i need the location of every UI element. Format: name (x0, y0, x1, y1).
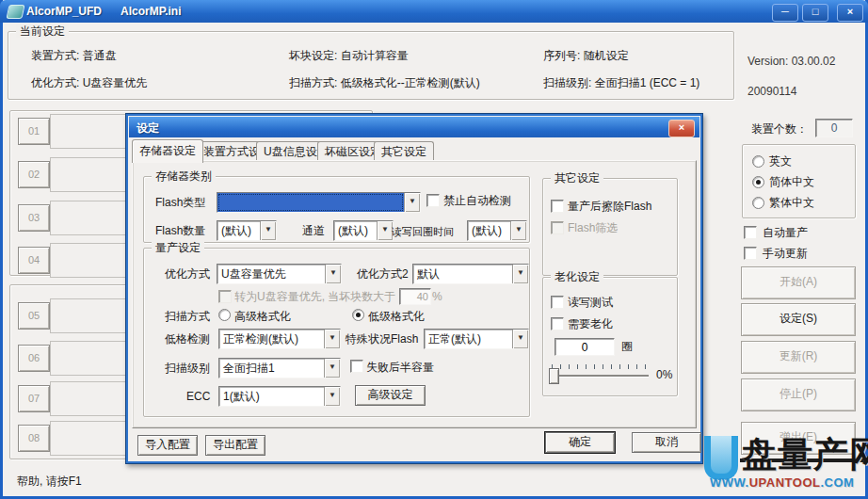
update-button[interactable]: 更新(R) (741, 341, 856, 374)
radio-traditional-chinese[interactable] (752, 197, 764, 209)
low-format-detect-label: 低格检测 (165, 332, 210, 346)
aging-loops-unit-label: 圈 (621, 340, 633, 353)
flash-count-combobox[interactable]: (默认) ▼ (217, 220, 277, 241)
convert-capacity-checkbox[interactable] (218, 290, 232, 303)
flash-filter-checkbox[interactable] (551, 221, 564, 234)
slot-button-08[interactable]: 08 (18, 425, 50, 452)
radio-english-label: 英文 (769, 154, 792, 168)
radio-english[interactable] (752, 155, 764, 168)
low-format-detect-combobox[interactable]: 正常检测(默认) ▼ (218, 329, 341, 349)
special-flash-value: 正常(默认) (425, 330, 512, 348)
erase-after-produce-checkbox[interactable] (551, 200, 564, 213)
manual-update-checkbox[interactable] (744, 247, 757, 260)
bad-block-percent-input[interactable] (399, 288, 431, 305)
aging-progress-label: 0% (656, 368, 672, 381)
special-flash-combobox[interactable]: 正常(默认) ▼ (424, 329, 529, 349)
start-button[interactable]: 开始(A) (741, 266, 856, 299)
settings-button[interactable]: 设定(S) (741, 303, 856, 336)
auto-produce-checkbox[interactable] (744, 226, 757, 239)
stop-button[interactable]: 停止(P) (741, 378, 856, 411)
aging-settings-title: 老化设定 (551, 270, 603, 283)
ecc-combobox[interactable]: 1(默认) ▼ (218, 386, 341, 407)
special-flash-label: 特殊状况Flash (346, 332, 418, 346)
dropdown-arrow-icon[interactable]: ▼ (325, 265, 341, 283)
aging-settings-group: 老化设定 读写测试 需要老化 圈 0% (542, 277, 678, 396)
low-level-format-label: 低级格式化 (368, 310, 425, 323)
cancel-button[interactable]: 取消 (632, 432, 701, 453)
memory-type-group: 存储器类别 Flash类型 ▼ 禁止自动检测 Flash数量 (默认) ▼ 通道… (143, 176, 530, 243)
settings-dialog: 设定 × 存储器设定 装置方式设定 U盘信息设定 坏磁区设定 其它设定 存储器类… (125, 113, 703, 464)
dropdown-arrow-icon[interactable]: ▼ (404, 193, 420, 212)
slot-button-07[interactable]: 07 (18, 385, 50, 412)
optimize-mode2-label: 优化方式2 (357, 267, 409, 281)
aging-slider-track[interactable] (549, 375, 649, 377)
disable-autodetect-label: 禁止自动检测 (443, 194, 511, 207)
slot-button-03[interactable]: 03 (18, 204, 50, 232)
need-aging-label: 需要老化 (568, 317, 613, 330)
ok-button[interactable]: 确定 (545, 432, 615, 453)
url-upantool: UPANTOOL (749, 475, 821, 490)
device-count-input[interactable] (815, 119, 853, 137)
rw-loop-time-combobox[interactable]: (默认) ▼ (467, 220, 527, 241)
aging-loops-input[interactable] (555, 338, 615, 356)
rw-test-label: 读写测试 (568, 296, 613, 309)
flash-filter-label: Flash筛选 (568, 221, 618, 234)
dropdown-arrow-icon[interactable]: ▼ (324, 330, 340, 348)
setting-scan-mode: 扫描方式: 低级格式化--正常检测(默认) (289, 76, 480, 89)
disable-autodetect-checkbox[interactable] (426, 194, 440, 207)
dropdown-arrow-icon[interactable]: ▼ (377, 221, 393, 240)
version-label: Version: 03.00.02 (747, 55, 835, 68)
aging-slider-thumb[interactable] (549, 368, 559, 384)
radio-traditional-chinese-label: 繁体中文 (769, 196, 814, 209)
url-www: WWW. (710, 475, 749, 490)
optimize-mode2-combobox[interactable]: 默认 ▼ (412, 264, 529, 284)
slot-button-05[interactable]: 05 (18, 302, 50, 330)
tab-other-settings[interactable]: 其它设定 (374, 141, 434, 162)
rw-loop-time-label: 读写回圈时间 (392, 225, 454, 238)
status-bar-text: 帮助, 请按F1 (17, 475, 82, 488)
advanced-settings-button[interactable]: 高级设定 (355, 385, 426, 406)
rw-test-checkbox[interactable] (551, 296, 564, 309)
dropdown-arrow-icon[interactable]: ▼ (324, 387, 340, 406)
slot-button-02[interactable]: 02 (18, 161, 50, 188)
optimize-mode-combobox[interactable]: U盘容量优先 ▼ (217, 264, 342, 284)
memory-type-group-title: 存储器类别 (152, 169, 216, 183)
setting-serial: 序列号: 随机设定 (543, 49, 629, 62)
setting-badblock: 坏块设定: 自动计算容量 (289, 49, 409, 62)
flash-count-value: (默认) (217, 221, 260, 240)
channel-combobox[interactable]: (默认) ▼ (333, 220, 394, 241)
slot-button-06[interactable]: 06 (18, 345, 50, 372)
half-capacity-label: 失败后半容量 (366, 361, 434, 374)
production-settings-title: 量产设定 (152, 241, 204, 254)
close-button[interactable]: × (837, 4, 863, 22)
dropdown-arrow-icon[interactable]: ▼ (510, 221, 526, 240)
slot-button-01[interactable]: 01 (18, 118, 50, 145)
minimize-button[interactable]: ─ (772, 4, 798, 22)
tab-memory-settings[interactable]: 存储器设定 (132, 139, 203, 163)
radio-low-level-format[interactable] (352, 309, 364, 321)
dropdown-arrow-icon[interactable]: ▼ (512, 265, 528, 283)
other-settings-title: 其它设定 (551, 171, 603, 185)
upantool-watermark: 盘量产网 WWW.UPANTOOL.COM (702, 428, 868, 494)
radio-high-level-format[interactable] (218, 309, 231, 321)
url-com: .COM (820, 475, 854, 490)
optimize-mode-value: U盘容量优先 (217, 265, 325, 283)
flash-type-combobox[interactable]: ▼ (217, 192, 421, 213)
half-capacity-checkbox[interactable] (350, 360, 363, 373)
import-config-button[interactable]: 导入配置 (137, 435, 198, 456)
flash-count-label: Flash数量 (155, 224, 205, 237)
dropdown-arrow-icon[interactable]: ▼ (512, 330, 528, 348)
maximize-button[interactable]: □ (802, 4, 828, 22)
radio-simplified-chinese[interactable] (752, 176, 764, 188)
export-config-button[interactable]: 导出配置 (205, 435, 265, 456)
need-aging-checkbox[interactable] (551, 317, 564, 330)
title-bar: AlcorMP_UFD AlcorMP.ini ─ □ × (0, 0, 868, 23)
dropdown-arrow-icon[interactable]: ▼ (260, 221, 276, 240)
slot-button-04[interactable]: 04 (18, 247, 50, 274)
current-settings-title: 当前设定 (16, 24, 69, 38)
dropdown-arrow-icon[interactable]: ▼ (324, 359, 340, 378)
scan-level-combobox[interactable]: 全面扫描1 ▼ (218, 358, 341, 378)
device-count-label: 装置个数： (751, 122, 808, 136)
slider-ticks (552, 364, 646, 369)
dialog-close-button[interactable]: × (668, 120, 695, 137)
